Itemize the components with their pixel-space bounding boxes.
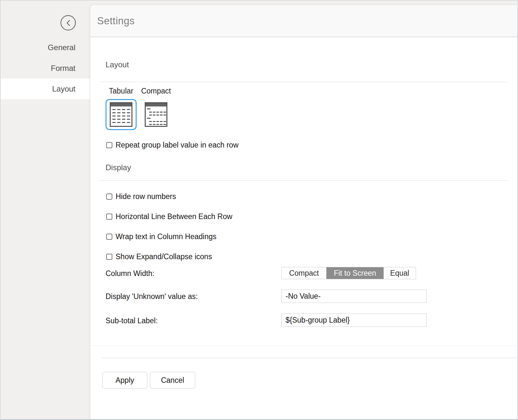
sidebar-item-format[interactable]: Format [1, 58, 90, 79]
layout-option-tabular[interactable]: Tabular [106, 87, 137, 130]
wrap-text-checkbox[interactable] [106, 234, 112, 240]
layout-section-title: Layout [106, 60, 129, 69]
sidebar-item-layout[interactable]: Layout [1, 79, 90, 99]
column-width-label: Column Width: [106, 269, 154, 278]
repeat-group-label-text: Repeat group label value in each row [116, 141, 239, 149]
sidebar-item-general[interactable]: General [1, 37, 90, 58]
subtotal-label-input[interactable] [281, 314, 427, 327]
display-section-title: Display [106, 163, 131, 172]
footer-divider [102, 358, 517, 358]
display-section-divider [100, 180, 507, 181]
compact-option-box[interactable] [141, 99, 172, 130]
content-bottom-divider [90, 345, 517, 346]
compact-option-label: Compact [141, 87, 171, 95]
tabular-layout-icon [110, 102, 132, 127]
compact-layout-icon [145, 102, 167, 127]
settings-sidebar: General Format Layout [1, 1, 90, 419]
settings-page: General Format Layout Settings Layout Ta… [0, 0, 518, 420]
chevron-left-icon [65, 19, 71, 27]
unknown-value-label: Display 'Unknown' value as: [106, 292, 198, 301]
checkbox-row-expand-collapse[interactable]: Show Expand/Collapse icons [106, 252, 212, 261]
layout-option-compact[interactable]: Compact [141, 87, 172, 130]
layout-section-divider [100, 82, 507, 82]
hide-row-numbers-text: Hide row numbers [116, 192, 176, 201]
sidebar-nav: General Format Layout [1, 37, 90, 99]
checkbox-row-horizontal-line[interactable]: Horizontal Line Between Each Row [106, 212, 232, 221]
column-width-option-equal[interactable]: Equal [384, 267, 416, 279]
checkbox-row-repeat-group-label[interactable]: Repeat group label value in each row [106, 141, 239, 149]
expand-collapse-text: Show Expand/Collapse icons [116, 252, 212, 261]
unknown-value-input[interactable] [281, 290, 427, 303]
column-width-segmented-control: Compact Fit to Screen Equal [281, 267, 416, 279]
wrap-text-text: Wrap text in Column Headings [116, 232, 217, 241]
repeat-group-label-checkbox[interactable] [106, 142, 112, 148]
column-width-option-compact[interactable]: Compact [282, 267, 326, 279]
expand-collapse-checkbox[interactable] [106, 254, 112, 260]
back-button[interactable] [61, 15, 76, 30]
subtotal-label-label: Sub-total Label: [106, 316, 158, 325]
apply-button[interactable]: Apply [102, 372, 147, 389]
checkbox-row-hide-row-numbers[interactable]: Hide row numbers [106, 192, 176, 201]
checkbox-row-wrap-text[interactable]: Wrap text in Column Headings [106, 232, 217, 241]
horizontal-line-text: Horizontal Line Between Each Row [116, 212, 232, 221]
tabular-option-selected-box[interactable] [106, 99, 137, 130]
tabular-option-label: Tabular [109, 87, 133, 95]
column-width-option-fit-to-screen[interactable]: Fit to Screen [326, 267, 384, 279]
horizontal-line-checkbox[interactable] [106, 214, 112, 220]
settings-panel: Settings Layout Tabular [90, 5, 517, 419]
panel-header: Settings [90, 5, 517, 37]
hide-row-numbers-checkbox[interactable] [106, 193, 112, 200]
page-title: Settings [97, 15, 135, 27]
cancel-button[interactable]: Cancel [150, 372, 195, 389]
